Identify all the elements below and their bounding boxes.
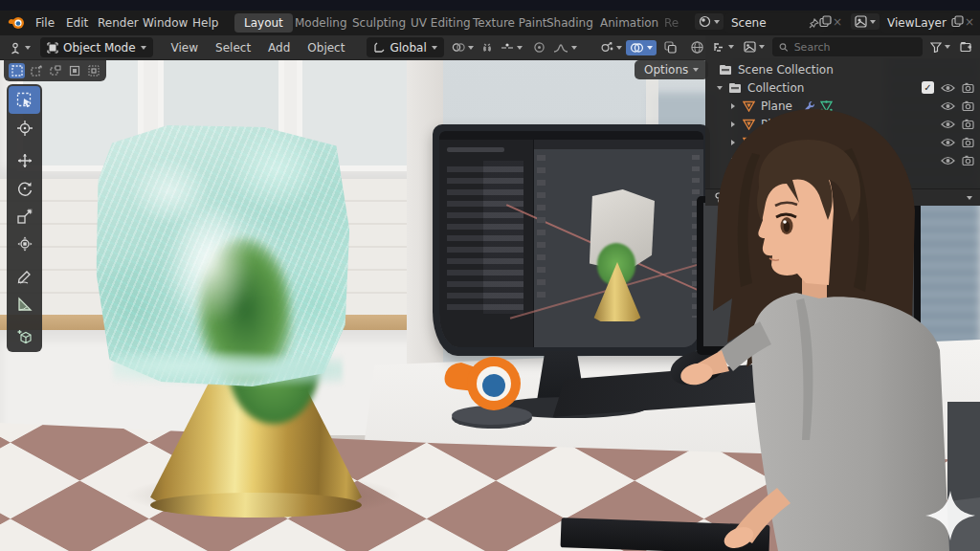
outliner-search[interactable] [772, 37, 923, 56]
menu-add[interactable]: Add [259, 38, 299, 57]
collection-checkbox[interactable]: ✓ [922, 81, 934, 94]
tool-add-cube[interactable] [9, 322, 40, 350]
menu-help[interactable]: Help [184, 13, 227, 33]
character-girl [660, 96, 980, 551]
ice-drip [113, 351, 343, 389]
outliner-filter-dropdown[interactable] [928, 41, 952, 54]
select-mode-strip [4, 60, 106, 81]
cursor-icon [16, 120, 33, 137]
scene-unlink-button[interactable]: × [833, 15, 842, 29]
tab-layout[interactable]: Layout [234, 13, 293, 33]
annotate-icon [16, 268, 33, 285]
select-mode-set[interactable] [9, 63, 25, 78]
tool-shelf [7, 84, 42, 352]
pivot-point-dropdown[interactable] [448, 39, 478, 55]
blender-app-window: File Edit Render Window Help Layout Mode… [0, 0, 980, 551]
orientation-dropdown[interactable]: Global [367, 37, 443, 57]
scene-name: Scene [731, 16, 767, 30]
new-collection-icon [960, 41, 972, 53]
hide-viewport-icon[interactable] [941, 83, 955, 93]
overlays-dropdown[interactable] [626, 40, 657, 55]
outliner-row-collection[interactable]: Collection ✓ [705, 78, 980, 97]
mini-tool-column [537, 155, 546, 298]
select-box-icon [16, 92, 33, 109]
select-mode-intersect[interactable] [85, 63, 101, 78]
blender-logo-icon[interactable] [8, 14, 25, 32]
snap-toggle[interactable] [478, 39, 497, 55]
outliner-row-scene-collection[interactable]: Scene Collection [705, 60, 980, 78]
sparkle-watermark [924, 490, 976, 541]
options-button[interactable]: Options [635, 60, 708, 79]
duplicate-icon [951, 15, 964, 28]
xray-toggle[interactable] [660, 39, 680, 55]
add-cube-icon [16, 328, 33, 345]
select-mode-extend[interactable] [28, 63, 44, 78]
orientation-label: Global [390, 41, 426, 55]
outliner-display-mode[interactable] [711, 40, 736, 54]
viewlayer-remove-button[interactable]: × [965, 15, 974, 29]
options-label: Options [644, 63, 688, 77]
outliner-editor-icon [713, 41, 725, 53]
snap-with-icon [501, 42, 514, 54]
topbar: File Edit Render Window Help Layout Mode… [0, 11, 980, 35]
falloff-curve-icon [553, 42, 568, 54]
tool-cursor[interactable] [9, 114, 40, 142]
scale-icon [16, 208, 33, 225]
viewport-header: Object Mode View Select Add Object Globa… [0, 35, 705, 60]
outliner-header [705, 35, 980, 58]
search-input[interactable] [792, 40, 916, 55]
measure-icon [16, 296, 33, 313]
proportional-icon [533, 41, 546, 54]
funnel-icon [930, 42, 942, 53]
viewlayer-icon [855, 15, 867, 28]
viewlayer-browse-button[interactable] [851, 13, 880, 30]
wireframe-icon [690, 40, 704, 55]
gold-cone-base [150, 493, 362, 518]
tool-transform[interactable] [9, 230, 40, 257]
window-top-strip [0, 0, 980, 11]
mode-label: Object Mode [63, 41, 136, 55]
collection-icon [728, 82, 742, 94]
viewlayer-selector[interactable]: ViewLayer [880, 13, 955, 33]
menu-view[interactable]: View [163, 38, 207, 57]
search-icon [779, 42, 789, 53]
duplicate-icon [819, 15, 832, 28]
tab-rendering[interactable]: Re [655, 13, 688, 33]
orientation-icon [373, 42, 385, 54]
mode-dropdown[interactable]: Object Mode [40, 37, 153, 57]
magnet-icon [481, 41, 493, 54]
tool-measure[interactable] [9, 290, 40, 318]
snap-target-dropdown[interactable] [497, 40, 526, 55]
overlays-icon [630, 42, 644, 54]
scene-selector[interactable]: Scene [724, 13, 826, 33]
tool-rotate[interactable] [9, 174, 40, 202]
disable-render-icon[interactable] [962, 82, 974, 93]
menu-object[interactable]: Object [299, 38, 353, 57]
gizmo-icon [600, 41, 613, 54]
menu-select[interactable]: Select [207, 38, 259, 57]
falloff-dropdown[interactable] [549, 40, 581, 55]
rotate-icon [16, 180, 33, 197]
proportional-editing-toggle[interactable] [529, 39, 549, 55]
pivot-icon [452, 41, 465, 54]
new-collection-button[interactable] [958, 40, 974, 54]
show-gizmo-dropdown[interactable] [596, 39, 626, 55]
object-mode-icon [47, 42, 58, 54]
tool-move[interactable] [9, 146, 40, 174]
scene-browse-button[interactable] [695, 13, 724, 30]
viewport-editor-icon [9, 41, 22, 55]
tool-annotate[interactable] [9, 262, 40, 290]
editor-type-button[interactable] [5, 39, 34, 56]
select-mode-subtract[interactable] [47, 63, 63, 78]
transform-icon [16, 235, 33, 253]
blender-logo-dot [482, 374, 505, 397]
tool-scale[interactable] [9, 202, 40, 230]
expand-arrow-icon[interactable] [717, 86, 723, 90]
xray-icon [664, 41, 677, 54]
collection-icon [719, 64, 732, 76]
girl-body [751, 293, 949, 551]
outliner-filter-mode[interactable] [742, 40, 767, 54]
select-mode-invert[interactable] [66, 63, 82, 78]
tool-select-box[interactable] [9, 86, 40, 114]
viewlayer-name: ViewLayer [887, 16, 947, 30]
